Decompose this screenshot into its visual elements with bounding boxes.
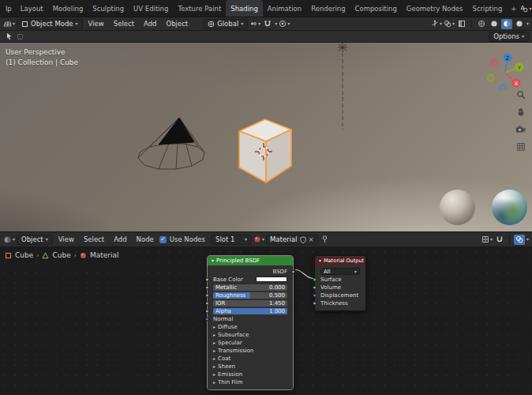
- material-output-node[interactable]: ▾ Material Output All ▾ Surface Volume: [314, 255, 366, 311]
- navigation-gizmo[interactable]: Z Y X: [483, 49, 527, 90]
- gizmo-axis-negy[interactable]: [488, 75, 495, 82]
- tab-geometry-nodes[interactable]: Geometry Nodes: [402, 0, 468, 17]
- shading-material-preview-button[interactable]: [501, 19, 512, 29]
- show-gizmos-dropdown[interactable]: ▾: [431, 19, 442, 29]
- section-coat[interactable]: ▸ Coat: [208, 355, 293, 362]
- snap-dropdown-chevron[interactable]: ▾: [275, 21, 277, 26]
- menu-help-cropped[interactable]: lp: [2, 0, 16, 17]
- metallic-slider[interactable]: Metallic 0.000: [213, 284, 287, 291]
- material-name-field[interactable]: Material ×: [266, 235, 318, 245]
- unlink-material-button[interactable]: ×: [309, 235, 314, 243]
- breadcrumb-mesh[interactable]: Cube: [52, 251, 70, 259]
- mode-dropdown[interactable]: Object Mode ▾: [17, 19, 83, 29]
- scene-dropdown-button[interactable]: ▾: [520, 3, 531, 13]
- tab-compositing[interactable]: Compositing: [350, 0, 402, 17]
- pan-button[interactable]: [515, 106, 526, 118]
- shader-overlays-button[interactable]: [514, 235, 525, 245]
- tab-uv-editing[interactable]: UV Editing: [129, 0, 173, 17]
- material-slot-dropdown[interactable]: Slot 1 ▾: [211, 235, 252, 245]
- node-snapping-button[interactable]: ▾: [481, 235, 493, 245]
- base-color-socket[interactable]: [205, 277, 209, 281]
- shader-menu-node[interactable]: Node: [133, 235, 158, 243]
- tab-sculpting[interactable]: Sculpting: [88, 0, 129, 17]
- fake-user-shield-icon[interactable]: [300, 236, 306, 243]
- breadcrumb-object[interactable]: Cube: [15, 251, 33, 259]
- section-diffuse[interactable]: ▸ Diffuse: [208, 323, 293, 330]
- section-transmission[interactable]: ▸ Transmission: [208, 347, 293, 354]
- toggle-orthographic-button[interactable]: [515, 141, 526, 152]
- shading-dropdown-chevron[interactable]: ▾: [526, 21, 529, 26]
- tab-scripting[interactable]: Scripting: [468, 0, 508, 17]
- shader-menu-view[interactable]: View: [54, 235, 78, 243]
- menu-select[interactable]: Select: [110, 20, 138, 28]
- roughness-slider[interactable]: Roughness 0.500: [213, 292, 287, 299]
- base-color-swatch[interactable]: [256, 276, 287, 282]
- gizmo-axis-negz[interactable]: [500, 85, 507, 91]
- thickness-socket[interactable]: [313, 301, 317, 305]
- tab-texture-paint[interactable]: Texture Paint: [173, 0, 226, 17]
- section-specular[interactable]: ▸ Specular: [208, 339, 293, 346]
- sun-light-gizmo[interactable]: [338, 43, 347, 130]
- output-node-header[interactable]: ▾ Material Output: [315, 256, 365, 265]
- section-sheen[interactable]: ▸ Sheen: [208, 363, 293, 370]
- active-tool-button[interactable]: [3, 32, 14, 42]
- tab-shading[interactable]: Shading: [226, 0, 263, 17]
- add-workspace-button[interactable]: +: [507, 0, 520, 17]
- transform-orientation-dropdown[interactable]: Global ▾: [203, 19, 248, 29]
- tab-rendering[interactable]: Rendering: [306, 0, 350, 17]
- pivot-point-dropdown[interactable]: ▾: [249, 19, 260, 29]
- menu-object[interactable]: Object: [162, 20, 192, 28]
- options-dropdown[interactable]: Options ▾: [489, 32, 529, 42]
- shader-menu-select[interactable]: Select: [80, 235, 108, 243]
- volume-socket[interactable]: [313, 285, 317, 289]
- shading-rendered-button[interactable]: [514, 19, 525, 29]
- menu-add[interactable]: Add: [140, 20, 160, 28]
- shading-solid-button[interactable]: [489, 19, 500, 29]
- cone-object[interactable]: [138, 118, 204, 169]
- breadcrumb-material[interactable]: Material: [90, 251, 119, 259]
- output-target-dropdown[interactable]: All ▾: [320, 268, 360, 275]
- shader-type-dropdown[interactable]: Object ▾: [17, 235, 53, 245]
- tab-modeling[interactable]: Modeling: [48, 0, 88, 17]
- bsdf-output-socket[interactable]: [291, 269, 295, 273]
- gizmo-axis-negx[interactable]: [491, 59, 498, 66]
- proportional-editing-button[interactable]: ▾: [279, 19, 290, 29]
- displacement-socket[interactable]: [313, 293, 317, 297]
- alpha-slider[interactable]: Alpha 1.000: [213, 308, 287, 314]
- roughness-socket[interactable]: [205, 293, 209, 297]
- normal-socket[interactable]: [205, 317, 209, 321]
- collapse-icon[interactable]: ▾: [212, 258, 214, 263]
- principled-bsdf-node[interactable]: ▾ Principled BSDF BSDF Base Color: [207, 255, 294, 390]
- alpha-socket[interactable]: [205, 309, 209, 313]
- show-overlays-dropdown[interactable]: ▾: [444, 19, 455, 29]
- section-emission[interactable]: ▸ Emission: [208, 371, 293, 378]
- xray-toggle-button[interactable]: [456, 19, 467, 29]
- tab-layout[interactable]: Layout: [16, 0, 48, 17]
- metallic-socket[interactable]: [205, 285, 209, 289]
- zoom-button[interactable]: [515, 88, 526, 100]
- shader-node-editor[interactable]: Cube › Cube › Material ▾ Principled BSDF: [0, 247, 532, 395]
- shader-editor-type-button[interactable]: ▾: [3, 235, 15, 245]
- principled-node-header[interactable]: ▾ Principled BSDF: [208, 256, 293, 265]
- pin-button[interactable]: [320, 235, 331, 245]
- ior-slider[interactable]: IOR 1.450: [213, 300, 287, 307]
- overlays-dropdown-chevron[interactable]: ▾: [526, 237, 529, 242]
- cube-object[interactable]: [239, 119, 291, 182]
- collapse-icon[interactable]: ▾: [319, 258, 321, 263]
- camera-view-button[interactable]: [515, 123, 526, 135]
- section-subsurface[interactable]: ▸ Subsurface: [208, 331, 293, 338]
- tab-animation[interactable]: Animation: [263, 0, 306, 17]
- surface-socket[interactable]: [313, 277, 317, 281]
- section-thin-film[interactable]: ▸ Thin Film: [208, 378, 293, 386]
- shader-menu-add[interactable]: Add: [110, 235, 130, 243]
- tool-options-button[interactable]: [14, 32, 25, 42]
- shader-snap-toggle[interactable]: [494, 235, 505, 245]
- viewport-3d[interactable]: User Perspective (1) Collection | Cube: [0, 43, 532, 231]
- ior-socket[interactable]: [205, 301, 209, 305]
- snap-toggle-button[interactable]: [262, 19, 273, 29]
- shading-wireframe-button[interactable]: [476, 19, 487, 29]
- use-nodes-checkbox[interactable]: ✓: [159, 236, 167, 243]
- menu-view[interactable]: View: [84, 20, 108, 28]
- browse-material-button[interactable]: ▾: [253, 235, 264, 245]
- editor-type-button[interactable]: ▾: [3, 19, 15, 29]
